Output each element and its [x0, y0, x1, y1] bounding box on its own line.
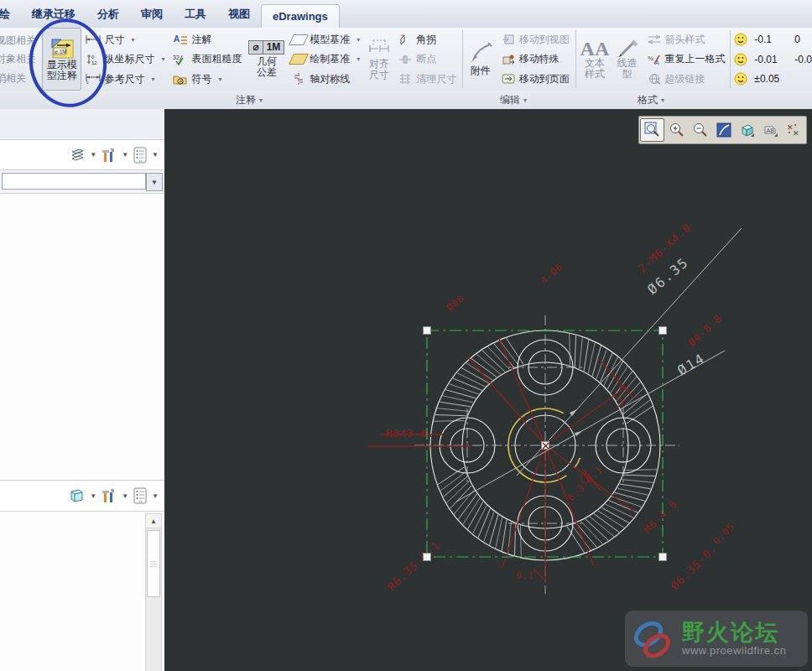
menu-tab-sketch[interactable]: 绘 [0, 2, 21, 28]
flange-drawing[interactable]: 2-M6-X4.0Ø4-8.8R043-0.R6.35-0.16.3-0.1M6… [164, 109, 812, 671]
object-related-button[interactable]: 对象相关 [0, 52, 39, 66]
breakpoint-icon [398, 53, 413, 66]
line-style-button[interactable]: ... 线造 型 [612, 28, 642, 91]
group-edit[interactable]: 编辑 [500, 93, 527, 107]
book-dropdown[interactable]: ▼ [88, 492, 98, 500]
forum-watermark: 野火论坛 www.proewildfire.cn [625, 611, 808, 667]
align-dimensions-label1: 对齐 [369, 59, 389, 70]
list-dropdown[interactable]: ▼ [150, 492, 160, 500]
axis-symmetry-line-icon [291, 72, 306, 86]
menu-tab-edrawings[interactable]: eDrawings [261, 4, 340, 28]
jog-button[interactable]: 角拐 [396, 31, 458, 49]
sidebar-filter-row: ▼ [0, 170, 164, 194]
menu-tab-legacy-migration[interactable]: 继承迁移 [21, 2, 86, 28]
book-icon[interactable] [69, 487, 86, 504]
breakpoint-button[interactable]: 断点 [396, 50, 458, 68]
hyperlink-icon [647, 72, 662, 86]
layers-icon[interactable] [69, 148, 86, 163]
filter-combobox-arrow[interactable]: ▼ [146, 173, 163, 191]
list-dropdown[interactable]: ▼ [150, 151, 160, 159]
dimension-button[interactable]: 尺寸 [84, 31, 166, 49]
dimension-label: 尺寸 [104, 33, 124, 47]
svg-text:M6-4.0: M6-4.0 [642, 498, 679, 536]
annotation-display-button[interactable]: AB [759, 119, 782, 141]
reference-dimension-button[interactable]: c 参考尺寸 [84, 70, 166, 88]
repeat-last-format-button[interactable]: ¾A 重复上一格式 [645, 50, 727, 68]
menu-tab-view[interactable]: 视图 [217, 2, 261, 28]
tools-icon[interactable] [101, 147, 117, 164]
show-model-annotations-button[interactable]: ⌀.1M 显示模 型注释 [42, 28, 81, 91]
creo-drawing-window: { "menubar": { "tabs": ["绘", "继承迁移", "分析… [0, 0, 812, 671]
attachment-button[interactable]: 附件 [465, 28, 497, 91]
ordinate-dimension-button[interactable]: 012 纵坐标尺寸 [84, 50, 166, 68]
move-special-button[interactable]: 移动特殊 [499, 50, 571, 68]
tools-dropdown[interactable]: ▼ [120, 492, 130, 500]
svg-text:R6.35-0.1: R6.35-0.1 [385, 538, 442, 593]
draft-datum-label: 绘制基准 [310, 52, 350, 66]
datum-display-button[interactable]: ✕✕ [783, 119, 805, 141]
group-format[interactable]: 格式 [638, 93, 664, 107]
surface-finish-button[interactable]: 32 表面粗糙度 [171, 50, 243, 68]
scrollbar-up-arrow[interactable]: ▲ [146, 514, 161, 528]
note-label: 注解 [191, 33, 211, 47]
forum-title: 野火论坛 [682, 621, 786, 644]
model-datum-icon [291, 33, 306, 46]
svg-text:32: 32 [173, 55, 180, 60]
menu-tab-review[interactable]: 审阅 [130, 2, 174, 28]
tools-dropdown[interactable]: ▼ [120, 151, 130, 159]
tolerance-row[interactable]: -0.1 0 [734, 31, 812, 49]
unrelate-button[interactable]: 消相关 [0, 71, 39, 86]
format-column: 箭头样式 ¾A 重复上一格式 超级链接 [643, 28, 730, 91]
text-style-button[interactable]: AA 文本 样式 [578, 28, 612, 91]
hyperlink-button[interactable]: 超级链接 [645, 70, 727, 88]
forum-url[interactable]: www.proewildfire.cn [682, 644, 786, 657]
tolerance-row[interactable]: -0.01 -0.0 [734, 50, 812, 68]
vertical-scrollbar[interactable]: ▲ [145, 513, 162, 671]
drawing-canvas[interactable]: AB ✕✕ [164, 109, 812, 671]
draft-datum-button[interactable]: 绘制基准 [289, 50, 362, 68]
repaint-button[interactable] [712, 119, 735, 141]
cleanup-dimensions-button[interactable]: 清理尺寸 [396, 70, 458, 88]
svg-text:0.1: 0.1 [516, 571, 534, 580]
move-to-view-icon [501, 33, 516, 46]
align-dimensions-button[interactable]: 对齐 尺寸 [364, 28, 393, 91]
svg-text:6.3-0.1: 6.3-0.1 [565, 464, 605, 503]
smiley-icon [734, 53, 747, 66]
ribbon: 视图相关 对象相关 消相关 ⌀.1M 显示模 型注释 尺寸 012 纵坐标尺寸 [0, 28, 812, 109]
move-to-sheet-button[interactable]: 移动到页面 [499, 70, 571, 88]
group-annotate[interactable]: 注释 [236, 93, 263, 107]
menu-tab-analysis[interactable]: 分析 [86, 2, 130, 28]
tolerance-value: ±0.05 [754, 73, 788, 85]
symbol-button[interactable]: A 符号 [171, 70, 243, 88]
list-icon[interactable] [133, 487, 148, 504]
geometric-tolerance-button[interactable]: ⌀1M 几何 公差 [246, 28, 287, 91]
move-to-view-button[interactable]: 移动到视图 [499, 31, 571, 49]
list-icon[interactable] [133, 147, 148, 164]
menu-tab-tools[interactable]: 工具 [174, 2, 217, 28]
view-orientation-button[interactable] [736, 119, 758, 141]
svg-text:A: A [180, 79, 183, 84]
view-related-button[interactable]: 视图相关 [0, 34, 39, 48]
layers-dropdown[interactable]: ▼ [88, 151, 98, 159]
zoom-box-button[interactable] [640, 118, 664, 142]
hyperlink-label: 超级链接 [665, 72, 705, 86]
svg-text:0.05: 0.05 [710, 521, 737, 547]
zoom-out-button[interactable] [689, 119, 711, 141]
tolerance-row[interactable]: ±0.05 [734, 70, 812, 88]
note-button[interactable]: A 注解 [171, 31, 243, 49]
filter-combobox[interactable] [2, 173, 146, 190]
tools-icon[interactable] [101, 487, 117, 504]
sidebar-tree-area[interactable] [0, 194, 164, 480]
sidebar-list-area[interactable]: ▲ [0, 512, 164, 671]
dimension-14[interactable]: Ø14 [674, 350, 708, 378]
geometric-tolerance-icon: ⌀1M [248, 40, 284, 55]
scrollbar-thumb[interactable] [147, 530, 160, 597]
zoom-in-button[interactable] [665, 119, 688, 141]
model-datum-button[interactable]: 模型基准 [289, 31, 362, 49]
move-special-icon [501, 53, 516, 66]
arrow-style-button[interactable]: 箭头样式 [645, 31, 727, 49]
axis-symmetry-line-button[interactable]: 轴对称线 [289, 70, 362, 88]
surface-finish-icon: 32 [173, 53, 188, 66]
move-special-label: 移动特殊 [519, 52, 560, 66]
draft-datum-icon [291, 53, 306, 66]
